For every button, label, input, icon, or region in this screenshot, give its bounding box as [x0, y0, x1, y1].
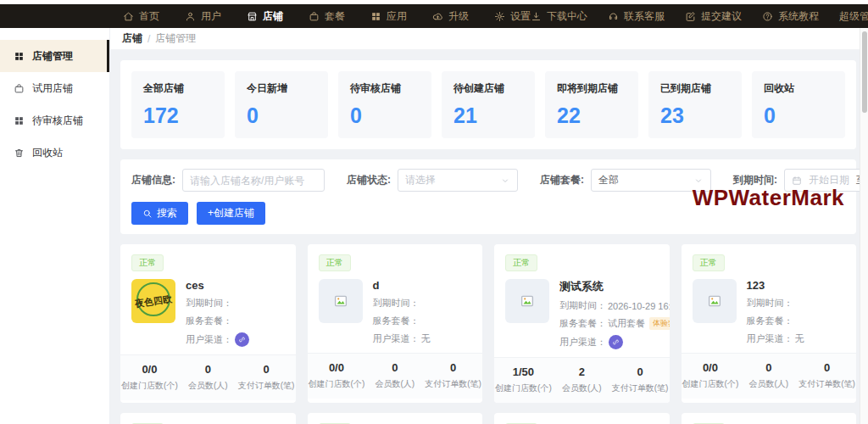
store-card-d[interactable]: 正常 d 到期时间： — [308, 244, 483, 403]
channel-line: 用户渠道： 无 — [373, 332, 472, 345]
store-status-select[interactable]: 请选择 — [398, 169, 518, 192]
channel-icon — [609, 335, 623, 349]
stat-stores-created: 0/0 创建门店数(个) — [120, 363, 179, 392]
stat-paid-orders: 0 支付订单数(笔) — [611, 365, 670, 394]
store-info-input[interactable] — [182, 169, 325, 192]
create-store-button[interactable]: +创建店铺 — [197, 202, 265, 225]
status-badge: 正常 — [505, 254, 537, 271]
stat-number: 0 — [798, 361, 856, 374]
grid-icon — [14, 51, 25, 62]
stat-card-expired: 已到期店铺 23 — [648, 71, 742, 138]
stat-stores-created: 0/0 创建门店数(个) — [308, 361, 366, 390]
card-body: 正常 999 到期时间： 2026-10-23 22:09:45 — [120, 413, 296, 424]
stat-caption: 会员数(人) — [553, 382, 611, 394]
filter-store-package: 店铺套餐: 全部 — [540, 169, 711, 192]
card-stats-footer: 0/0 创建门店数(个) 0 会员数(人) 0 支付订单数(笔) — [120, 354, 296, 400]
stat-card-pending-review: 待审核店铺 0 — [338, 71, 431, 138]
nav-label: 联系客服 — [624, 9, 665, 24]
store-card-test1111[interactable]: 正常 测试1111 到期时间： 2026-10-15 17:24:19 — [682, 413, 857, 424]
store-card-ces[interactable]: 正常 夜色四欧 ces 到期时间： — [120, 244, 296, 403]
home-icon — [123, 11, 134, 22]
briefcase-icon — [14, 83, 25, 94]
stat-members: 2 会员数(人) — [553, 365, 611, 394]
filter-label: 店铺套餐: — [540, 173, 584, 187]
select-placeholder: 请选择 — [405, 173, 500, 187]
stat-caption: 支付订单数(笔) — [611, 382, 670, 394]
store-card-666[interactable]: 正常 666 到期时间： 2026-10-22 22:59:35 — [308, 413, 483, 424]
admin-account-dropdown[interactable]: 超级管理员 — [839, 9, 868, 24]
sidebar-item-recycle-bin[interactable]: 回收站 — [0, 137, 109, 169]
store-logo: 夜色四欧 — [131, 279, 175, 323]
store-card-999[interactable]: 正常 999 到期时间： 2026-10-23 22:09:45 — [120, 413, 296, 424]
stat-value: 0 — [247, 103, 316, 128]
expire-line: 到期时间： 2026-10-29 16:17:59 — [559, 299, 659, 312]
sidebar-item-store-management[interactable]: 店铺管理 — [0, 40, 109, 72]
status-badge: 正常 — [693, 254, 725, 271]
stat-number: 0 — [179, 363, 237, 376]
sidebar-item-label: 回收站 — [32, 146, 63, 160]
edit-icon — [685, 11, 696, 22]
stat-number: 0/0 — [308, 361, 366, 374]
stat-caption: 支付订单数(笔) — [798, 378, 856, 390]
channel-line: 用户渠道： — [186, 332, 285, 347]
package-line: 服务套餐： — [373, 315, 472, 327]
card-body: 正常 苏甫测试 到期时间： 2026-10-21 16:28:59 — [494, 413, 670, 424]
card-info: 123 到期时间： 服务套餐： 用户渠道： — [747, 279, 846, 345]
stat-label: 回收站 — [764, 81, 833, 96]
admin-label: 超级管理员 — [839, 9, 868, 24]
nav-item-home[interactable]: 首页 — [123, 9, 159, 24]
package-value: 试用套餐 — [608, 317, 645, 330]
card-body: 正常 测试系统 到期时间： 2026-10-29 16:17:59 — [494, 244, 670, 357]
nav-item-users[interactable]: 用户 — [185, 9, 221, 24]
nav-label: 设置 — [510, 9, 531, 24]
nav-item-upgrade[interactable]: 升级 — [432, 9, 469, 24]
stat-number: 1/50 — [494, 365, 553, 378]
stat-card-recycle-bin: 回收站 0 — [752, 71, 845, 138]
stat-paid-orders: 0 支付订单数(笔) — [237, 363, 296, 392]
chevron-down-icon — [500, 176, 510, 186]
sidebar-item-trial-stores[interactable]: 试用店铺 — [0, 72, 109, 104]
nav-label: 首页 — [139, 9, 159, 24]
nav-item-download-center[interactable]: 下载中心 — [531, 9, 587, 24]
stat-stores-created: 0/0 创建门店数(个) — [682, 361, 740, 390]
filter-label: 店铺信息: — [131, 173, 175, 187]
calendar-icon — [792, 176, 802, 186]
stat-caption: 支付订单数(笔) — [424, 378, 482, 390]
store-card-123[interactable]: 正常 123 到期时间： — [682, 244, 857, 403]
channel-label: 用户渠道： — [747, 332, 793, 345]
sidebar-item-pending-review-stores[interactable]: 待审核店铺 — [0, 104, 109, 137]
scrollbar-thumb[interactable] — [862, 31, 867, 113]
store-card-sufu-test[interactable]: 正常 苏甫测试 到期时间： 2026-10-21 16:28:59 — [494, 413, 670, 424]
nav-item-system-tutorial[interactable]: 系统教程 — [762, 9, 819, 24]
nav-item-contact-support[interactable]: 联系客服 — [608, 9, 665, 24]
store-name: 123 — [747, 279, 846, 292]
nav-item-stores[interactable]: 店铺 — [247, 9, 283, 24]
nav-label: 用户 — [201, 9, 221, 24]
stats-panel: 全部店铺 172 今日新增 0 待审核店铺 0 待创建店铺 21 即将到期店铺 — [120, 60, 856, 149]
stat-number: 0/0 — [120, 363, 179, 376]
channel-value: 无 — [421, 332, 431, 345]
stat-number: 0 — [739, 361, 798, 374]
expire-label: 到期时间： — [747, 297, 793, 310]
search-button-label: 搜索 — [157, 206, 177, 220]
card-main: 123 到期时间： 服务套餐： 用户渠道： — [693, 279, 846, 345]
cloud-upload-icon — [432, 11, 443, 22]
nav-label: 套餐 — [325, 9, 345, 24]
stat-value: 0 — [350, 103, 420, 128]
package-label: 服务套餐： — [186, 315, 232, 327]
expire-line: 到期时间： — [186, 297, 285, 310]
nav-item-settings[interactable]: 设置 — [494, 9, 531, 24]
nav-menu: 首页 用户 店铺 套餐 应用 升级 设置 — [123, 9, 531, 24]
store-card-test-system[interactable]: 正常 测试系统 到期时间： 2026-10-29 16:17:59 — [494, 244, 670, 403]
package-line: 服务套餐： — [186, 315, 285, 327]
expire-label: 到期时间： — [373, 297, 420, 310]
nav-item-submit-feedback[interactable]: 提交建议 — [685, 9, 742, 24]
expire-line: 到期时间： — [747, 297, 846, 310]
nav-item-packages[interactable]: 套餐 — [309, 9, 345, 24]
search-button[interactable]: 搜索 — [131, 202, 188, 225]
nav-item-apps[interactable]: 应用 — [370, 9, 407, 24]
store-name: 测试系统 — [559, 279, 659, 294]
create-store-button-label: +创建店铺 — [208, 206, 254, 220]
stat-number: 0 — [611, 365, 670, 378]
store-logo-placeholder — [319, 279, 363, 323]
